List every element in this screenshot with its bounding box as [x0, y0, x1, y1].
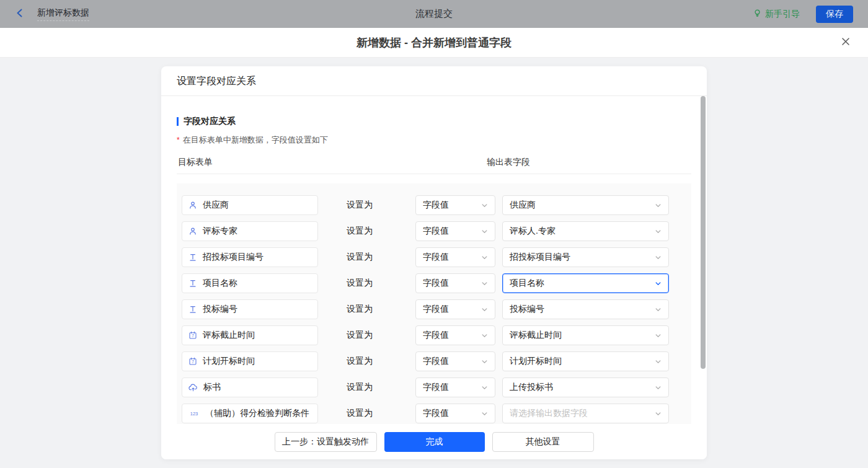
- output-field-text: 计划开标时间: [510, 356, 562, 367]
- set-as-label: 设置为: [347, 278, 373, 289]
- chevron-down-icon: [655, 410, 662, 417]
- calendar-icon: 7: [188, 331, 197, 340]
- value-mode-select[interactable]: 字段值: [415, 247, 495, 267]
- target-field-box: 7 评标截止时间: [182, 325, 318, 345]
- target-field-box: 供应商: [182, 195, 318, 215]
- mapping-body: 字段对应关系 * 在目标表单中新增数据，字段值设置如下 目标表单 输出表字段 供…: [161, 96, 707, 424]
- section-note-text: 在目标表单中新增数据，字段值设置如下: [183, 135, 328, 146]
- value-mode-select[interactable]: 字段值: [415, 221, 495, 241]
- target-field-box: 标书: [182, 377, 318, 397]
- mapping-card: 设置字段对应关系 字段对应关系 * 在目标表单中新增数据，字段值设置如下 目标表…: [161, 66, 707, 459]
- chevron-down-icon: [481, 202, 488, 209]
- mapping-row: 7 计划开标时间 设置为 字段值 计划开标时间: [177, 348, 691, 374]
- chevron-down-icon: [481, 280, 488, 287]
- output-field-text: 项目名称: [510, 278, 544, 289]
- svg-text:7: 7: [192, 333, 194, 338]
- mapping-row: 招投标项目编号 设置为 字段值 招投标项目编号: [177, 244, 691, 270]
- output-field-select[interactable]: 上传投标书: [502, 377, 669, 397]
- target-field-box: 投标编号: [182, 299, 318, 319]
- section-title: 字段对应关系: [184, 116, 236, 127]
- value-mode-text: 字段值: [423, 356, 449, 367]
- chevron-down-icon: [481, 228, 488, 235]
- value-mode-select[interactable]: 字段值: [415, 273, 495, 293]
- target-field-box: 招投标项目编号: [182, 247, 318, 267]
- modal-body: 设置字段对应关系 字段对应关系 * 在目标表单中新增数据，字段值设置如下 目标表…: [0, 58, 868, 468]
- set-as-label: 设置为: [347, 408, 373, 419]
- value-mode-text: 字段值: [423, 382, 449, 393]
- output-field-select[interactable]: 招投标项目编号: [502, 247, 669, 267]
- target-field-box: 评标专家: [182, 221, 318, 241]
- columns-header: 目标表单 输出表字段: [177, 157, 691, 174]
- upload-icon: [188, 383, 198, 392]
- save-button[interactable]: 保存: [816, 6, 853, 23]
- modal-header: 新增数据 - 合并新增到普通字段: [0, 28, 868, 58]
- chevron-down-icon: [655, 280, 662, 287]
- mapping-row: 7 评标截止时间 设置为 字段值 评标截止时间: [177, 322, 691, 348]
- output-field-select[interactable]: 供应商: [502, 195, 669, 215]
- output-field-select[interactable]: 投标编号: [502, 299, 669, 319]
- output-field-select[interactable]: 计划开标时间: [502, 351, 669, 371]
- chevron-left-icon: [15, 8, 25, 20]
- beginner-guide-link[interactable]: 新手引导: [753, 9, 800, 20]
- close-button[interactable]: [839, 37, 852, 49]
- svg-text:7: 7: [192, 360, 194, 364]
- text-icon: [188, 305, 197, 314]
- svg-text:123: 123: [190, 411, 198, 417]
- target-field-box: 7 计划开标时间: [182, 351, 318, 371]
- value-mode-select[interactable]: 字段值: [415, 377, 495, 397]
- modal-title: 新增数据 - 合并新增到普通字段: [356, 35, 512, 50]
- chevron-down-icon: [481, 410, 488, 417]
- target-field-label: 标书: [203, 382, 221, 393]
- chevron-down-icon: [481, 306, 488, 313]
- done-button[interactable]: 完成: [384, 432, 485, 452]
- chevron-down-icon: [481, 332, 488, 339]
- output-field-text: 供应商: [510, 200, 536, 211]
- output-field-select[interactable]: 项目名称: [502, 273, 669, 293]
- output-field-text: 招投标项目编号: [510, 252, 570, 263]
- target-field-label: （辅助）得分检验判断条件: [205, 408, 309, 419]
- chevron-down-icon: [481, 384, 488, 391]
- back-button[interactable]: [15, 9, 26, 20]
- text-icon: [188, 279, 197, 288]
- chevron-down-icon: [481, 358, 488, 365]
- output-field-select[interactable]: 评标人.专家: [502, 221, 669, 241]
- output-field-select[interactable]: 请选择输出数据字段: [502, 404, 669, 423]
- target-field-label: 供应商: [203, 200, 229, 211]
- value-mode-text: 字段值: [423, 200, 449, 211]
- mapping-row: 123 （辅助）得分检验判断条件 设置为 字段值 请选择输出数据字段: [177, 400, 691, 424]
- scrollbar-thumb[interactable]: [701, 96, 706, 369]
- lightbulb-icon: [753, 9, 762, 20]
- value-mode-text: 字段值: [423, 330, 449, 341]
- mapping-row: 项目名称 设置为 字段值 项目名称: [177, 270, 691, 296]
- target-field-label: 计划开标时间: [203, 356, 255, 367]
- required-asterisk: *: [177, 136, 180, 144]
- output-field-text: 上传投标书: [510, 382, 553, 393]
- text-icon: [188, 253, 197, 262]
- chevron-down-icon: [655, 202, 662, 209]
- target-field-label: 招投标项目编号: [203, 252, 264, 263]
- value-mode-select[interactable]: 字段值: [415, 325, 495, 345]
- output-field-text: 请选择输出数据字段: [510, 408, 588, 419]
- close-icon: [841, 37, 851, 49]
- user-icon: [188, 227, 197, 236]
- value-mode-select[interactable]: 字段值: [415, 195, 495, 215]
- mapping-row: 供应商 设置为 字段值 供应商: [177, 192, 691, 218]
- output-field-select[interactable]: 评标截止时间: [502, 325, 669, 345]
- footer: 上一步：设置触发动作 完成 其他设置: [161, 424, 707, 459]
- chevron-down-icon: [481, 254, 488, 261]
- chevron-down-icon: [655, 332, 662, 339]
- calendar-icon: 7: [188, 357, 197, 366]
- value-mode-select[interactable]: 字段值: [415, 299, 495, 319]
- mapping-row: 标书 设置为 字段值 上传投标书: [177, 374, 691, 400]
- mapping-row: 投标编号 设置为 字段值 投标编号: [177, 296, 691, 322]
- mapping-row: 评标专家 设置为 字段值 评标人.专家: [177, 218, 691, 244]
- topbar: 新增评标数据 流程提交 新手引导 保存: [0, 0, 868, 28]
- other-settings-button[interactable]: 其他设置: [492, 432, 594, 452]
- prev-step-button[interactable]: 上一步：设置触发动作: [275, 432, 377, 452]
- topbar-center-title: 流程提交: [0, 8, 868, 20]
- rows-panel: 供应商 设置为 字段值 供应商 评标专家 设置为 字段值: [177, 183, 691, 424]
- value-mode-select[interactable]: 字段值: [415, 404, 495, 423]
- value-mode-select[interactable]: 字段值: [415, 351, 495, 371]
- value-mode-text: 字段值: [423, 226, 449, 237]
- target-field-label: 投标编号: [203, 304, 237, 315]
